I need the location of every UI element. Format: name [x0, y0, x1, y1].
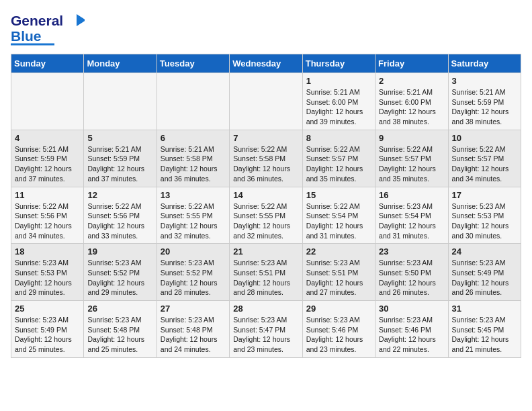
calendar-cell: 25Sunrise: 5:23 AM Sunset: 5:49 PM Dayli…: [11, 301, 84, 358]
calendar-cell: 2Sunrise: 5:21 AM Sunset: 6:00 PM Daylig…: [375, 73, 448, 130]
calendar-cell: [84, 73, 157, 130]
day-number: 12: [87, 190, 152, 200]
day-info: Sunrise: 5:22 AM Sunset: 5:58 PM Dayligh…: [233, 144, 298, 184]
calendar-cell: 26Sunrise: 5:23 AM Sunset: 5:48 PM Dayli…: [84, 301, 157, 358]
calendar-cell: 31Sunrise: 5:23 AM Sunset: 5:45 PM Dayli…: [448, 301, 521, 358]
day-info: Sunrise: 5:23 AM Sunset: 5:47 PM Dayligh…: [233, 315, 298, 355]
week-row-5: 25Sunrise: 5:23 AM Sunset: 5:49 PM Dayli…: [11, 301, 521, 358]
calendar-cell: [157, 73, 229, 130]
day-info: Sunrise: 5:22 AM Sunset: 5:57 PM Dayligh…: [452, 144, 517, 184]
svg-text:General: General: [11, 13, 63, 28]
calendar-cell: 22Sunrise: 5:23 AM Sunset: 5:51 PM Dayli…: [302, 244, 375, 301]
day-info: Sunrise: 5:23 AM Sunset: 5:46 PM Dayligh…: [379, 315, 444, 355]
calendar-cell: 12Sunrise: 5:22 AM Sunset: 5:56 PM Dayli…: [84, 187, 157, 244]
day-info: Sunrise: 5:23 AM Sunset: 5:49 PM Dayligh…: [15, 315, 80, 355]
calendar-cell: 27Sunrise: 5:23 AM Sunset: 5:48 PM Dayli…: [157, 301, 229, 358]
day-info: Sunrise: 5:22 AM Sunset: 5:57 PM Dayligh…: [379, 144, 444, 184]
calendar-cell: 19Sunrise: 5:23 AM Sunset: 5:52 PM Dayli…: [84, 244, 157, 301]
day-number: 9: [379, 133, 444, 143]
day-info: Sunrise: 5:23 AM Sunset: 5:50 PM Dayligh…: [379, 258, 444, 298]
day-number: 30: [379, 304, 444, 314]
day-number: 20: [161, 246, 226, 257]
day-number: 16: [379, 190, 444, 200]
day-number: 26: [87, 304, 152, 314]
day-number: 19: [87, 246, 152, 257]
day-info: Sunrise: 5:23 AM Sunset: 5:48 PM Dayligh…: [87, 315, 152, 355]
day-number: 8: [306, 133, 371, 143]
weekday-monday: Monday: [84, 54, 157, 73]
page-header: General Blue: [11, 11, 521, 46]
svg-text:Blue: Blue: [11, 28, 42, 44]
day-info: Sunrise: 5:22 AM Sunset: 5:57 PM Dayligh…: [306, 144, 371, 184]
day-info: Sunrise: 5:21 AM Sunset: 5:59 PM Dayligh…: [15, 144, 80, 184]
day-number: 4: [15, 133, 80, 143]
calendar-cell: 18Sunrise: 5:23 AM Sunset: 5:53 PM Dayli…: [11, 244, 84, 301]
weekday-header-row: SundayMondayTuesdayWednesdayThursdayFrid…: [11, 54, 521, 73]
day-number: 11: [15, 190, 80, 200]
calendar-cell: 15Sunrise: 5:22 AM Sunset: 5:54 PM Dayli…: [302, 187, 375, 244]
weekday-sunday: Sunday: [11, 54, 84, 73]
day-info: Sunrise: 5:23 AM Sunset: 5:52 PM Dayligh…: [161, 258, 226, 298]
calendar-cell: 4Sunrise: 5:21 AM Sunset: 5:59 PM Daylig…: [11, 130, 84, 187]
logo: General Blue: [11, 11, 85, 46]
day-number: 1: [306, 76, 371, 86]
logo-svg: General Blue: [11, 11, 85, 46]
day-number: 31: [452, 304, 517, 314]
calendar-cell: 14Sunrise: 5:22 AM Sunset: 5:55 PM Dayli…: [230, 187, 302, 244]
day-info: Sunrise: 5:21 AM Sunset: 5:58 PM Dayligh…: [161, 144, 226, 184]
day-info: Sunrise: 5:23 AM Sunset: 5:49 PM Dayligh…: [452, 258, 517, 298]
day-info: Sunrise: 5:23 AM Sunset: 5:48 PM Dayligh…: [161, 315, 226, 355]
day-info: Sunrise: 5:21 AM Sunset: 6:00 PM Dayligh…: [306, 87, 371, 127]
week-row-3: 11Sunrise: 5:22 AM Sunset: 5:56 PM Dayli…: [11, 187, 521, 244]
calendar-table: SundayMondayTuesdayWednesdayThursdayFrid…: [11, 54, 521, 358]
calendar-cell: [11, 73, 84, 130]
day-number: 28: [233, 304, 298, 314]
day-info: Sunrise: 5:21 AM Sunset: 5:59 PM Dayligh…: [452, 87, 517, 127]
calendar-cell: 7Sunrise: 5:22 AM Sunset: 5:58 PM Daylig…: [230, 130, 302, 187]
calendar-cell: 20Sunrise: 5:23 AM Sunset: 5:52 PM Dayli…: [157, 244, 229, 301]
day-number: 6: [161, 133, 226, 143]
day-info: Sunrise: 5:21 AM Sunset: 5:59 PM Dayligh…: [87, 144, 152, 184]
day-number: 27: [161, 304, 226, 314]
calendar-cell: 5Sunrise: 5:21 AM Sunset: 5:59 PM Daylig…: [84, 130, 157, 187]
day-number: 29: [306, 304, 371, 314]
day-number: 18: [15, 246, 80, 257]
day-info: Sunrise: 5:23 AM Sunset: 5:54 PM Dayligh…: [379, 201, 444, 241]
day-info: Sunrise: 5:22 AM Sunset: 5:54 PM Dayligh…: [306, 201, 371, 241]
day-number: 15: [306, 190, 371, 200]
svg-marker-1: [77, 14, 85, 26]
day-number: 10: [452, 133, 517, 143]
day-number: 17: [452, 190, 517, 200]
day-number: 24: [452, 246, 517, 257]
day-number: 25: [15, 304, 80, 314]
day-info: Sunrise: 5:21 AM Sunset: 6:00 PM Dayligh…: [379, 87, 444, 127]
weekday-saturday: Saturday: [448, 54, 521, 73]
calendar-cell: 9Sunrise: 5:22 AM Sunset: 5:57 PM Daylig…: [375, 130, 448, 187]
day-number: 13: [161, 190, 226, 200]
calendar-cell: 24Sunrise: 5:23 AM Sunset: 5:49 PM Dayli…: [448, 244, 521, 301]
weekday-thursday: Thursday: [302, 54, 375, 73]
calendar-cell: 10Sunrise: 5:22 AM Sunset: 5:57 PM Dayli…: [448, 130, 521, 187]
day-number: 22: [306, 246, 371, 257]
weekday-wednesday: Wednesday: [230, 54, 302, 73]
day-number: 3: [452, 76, 517, 86]
week-row-2: 4Sunrise: 5:21 AM Sunset: 5:59 PM Daylig…: [11, 130, 521, 187]
calendar-cell: 13Sunrise: 5:22 AM Sunset: 5:55 PM Dayli…: [157, 187, 229, 244]
weekday-tuesday: Tuesday: [157, 54, 229, 73]
calendar-cell: 3Sunrise: 5:21 AM Sunset: 5:59 PM Daylig…: [448, 73, 521, 130]
day-info: Sunrise: 5:22 AM Sunset: 5:55 PM Dayligh…: [161, 201, 226, 241]
calendar-cell: 17Sunrise: 5:23 AM Sunset: 5:53 PM Dayli…: [448, 187, 521, 244]
calendar-cell: 11Sunrise: 5:22 AM Sunset: 5:56 PM Dayli…: [11, 187, 84, 244]
day-info: Sunrise: 5:22 AM Sunset: 5:56 PM Dayligh…: [87, 201, 152, 241]
calendar-cell: 23Sunrise: 5:23 AM Sunset: 5:50 PM Dayli…: [375, 244, 448, 301]
day-number: 7: [233, 133, 298, 143]
day-number: 23: [379, 246, 444, 257]
day-number: 21: [233, 246, 298, 257]
day-info: Sunrise: 5:23 AM Sunset: 5:53 PM Dayligh…: [452, 201, 517, 241]
day-number: 14: [233, 190, 298, 200]
day-info: Sunrise: 5:23 AM Sunset: 5:45 PM Dayligh…: [452, 315, 517, 355]
day-info: Sunrise: 5:23 AM Sunset: 5:51 PM Dayligh…: [233, 258, 298, 298]
day-info: Sunrise: 5:22 AM Sunset: 5:55 PM Dayligh…: [233, 201, 298, 241]
day-number: 5: [87, 133, 152, 143]
calendar-cell: 16Sunrise: 5:23 AM Sunset: 5:54 PM Dayli…: [375, 187, 448, 244]
